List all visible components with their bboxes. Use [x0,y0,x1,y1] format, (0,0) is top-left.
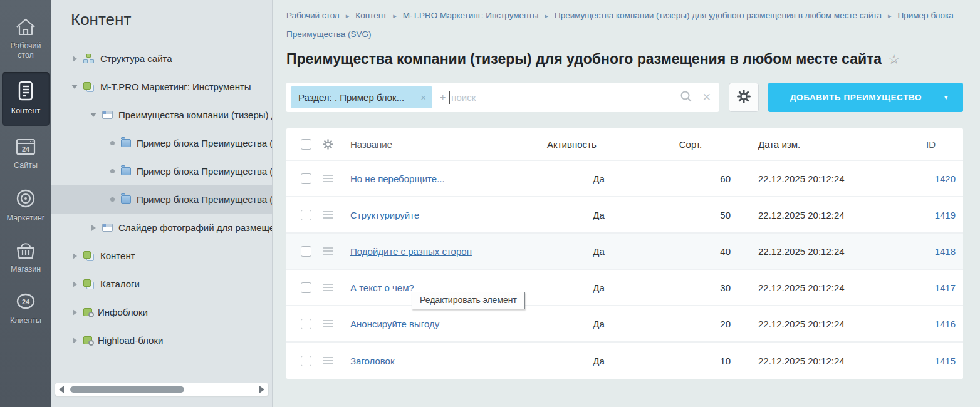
drag-handle-icon[interactable] [323,318,333,329]
tree-item-advantages-iblock[interactable]: Преимущества компании (тизеры) для удобн… [51,101,272,129]
element-name-link[interactable]: Заголовок [350,356,395,366]
infoblock-type-icon [83,279,95,289]
chevron-down-icon[interactable]: ▼ [929,94,963,101]
element-sort-value: 60 [650,173,732,184]
filter-chip-section[interactable]: Раздел: . Пример блок... × [291,86,432,108]
element-name-link[interactable]: Анонсируйте выгоду [350,319,439,329]
target-icon [15,188,36,209]
element-modified-value: 22.12.2025 20:12:24 [732,356,871,366]
document-icon [14,81,37,102]
select-all-checkbox[interactable] [301,139,311,150]
clear-filter-icon[interactable]: ✕ [702,91,711,104]
tree-horizontal-scrollbar[interactable] [55,383,268,396]
sidebar-item-marketing[interactable]: Маркетинг [0,180,51,232]
home-icon [14,17,37,37]
favorite-star-icon[interactable]: ☆ [888,52,900,66]
content-tree-panel: Контент Структура сайта M-T.PRO Маркетин… [51,0,273,407]
element-name-link[interactable]: Но не переборщите... [350,173,445,184]
element-name-link[interactable]: А текст о чем? [350,282,414,293]
scroll-right-arrow-icon[interactable] [259,386,264,393]
drag-handle-icon[interactable] [323,173,333,184]
element-modified-value: 22.12.2025 20:12:24 [732,246,871,257]
infoblock-settings-icon [83,336,92,344]
tree-item-example-section-svg[interactable]: Пример блока Преимущества (SVG) [51,185,272,214]
row-checkbox[interactable] [301,282,311,293]
row-checkbox[interactable] [301,173,311,184]
drag-handle-icon[interactable] [323,245,333,257]
row-checkbox[interactable] [301,246,311,257]
folder-icon [121,167,131,175]
expand-arrow-icon[interactable] [91,225,96,231]
breadcrumb-item-desktop[interactable]: Рабочий стол [286,11,340,20]
element-id-link[interactable]: 1416 [935,319,956,329]
chip-remove-icon[interactable]: × [420,92,426,103]
tree-item-catalogs[interactable]: Каталоги [51,270,272,298]
element-sort-value: 20 [650,319,732,329]
row-checkbox[interactable] [301,319,311,329]
sidebar-item-desktop[interactable]: Рабочий стол [0,9,51,70]
element-id-link[interactable]: 1417 [935,282,956,293]
tree-item-highload-blocks[interactable]: Highload-блоки [51,326,272,354]
element-name-link[interactable]: Структурируйте [350,210,419,220]
sidebar-item-content[interactable]: Контент [2,72,50,126]
row-checkbox[interactable] [301,210,311,220]
table-row: А текст о чем? Да 30 22.12.2025 20:12:24… [286,270,963,306]
table-row-hovered: Подойдите с разных сторон Да 40 22.12.20… [286,234,963,270]
breadcrumb-item-advantages[interactable]: Преимущества компании (тизеры) для удобн… [555,11,882,20]
clients-24-icon: 24 [14,292,37,312]
expand-arrow-icon[interactable] [73,253,77,259]
drag-handle-icon[interactable] [323,282,333,293]
element-id-link[interactable]: 1420 [935,173,956,184]
tree-item-infoblocks[interactable]: Инфоблоки [51,298,272,326]
filter-search-box[interactable]: Раздел: . Пример блок... × + ✕ [286,83,719,112]
row-checkbox[interactable] [301,356,311,366]
expand-arrow-icon[interactable] [73,309,77,316]
sidebar-item-label: Магазин [11,265,41,274]
sidebar-item-label: Контент [11,106,40,116]
breadcrumb-separator-icon: ▸ [545,12,548,19]
sidebar-item-sites[interactable]: 24 Сайты [0,130,51,180]
drag-handle-icon[interactable] [323,209,333,220]
scroll-left-arrow-icon[interactable] [59,386,64,393]
element-name-link[interactable]: Подойдите с разных сторон [350,246,472,257]
element-active-value: Да [547,319,650,329]
tree-item-content[interactable]: Контент [51,242,272,270]
element-modified-value: 22.12.2025 20:12:24 [732,210,871,220]
add-filter-plus-icon[interactable]: + [440,92,446,103]
collapse-arrow-icon[interactable] [71,85,78,89]
sidebar-item-store[interactable]: Магазин [0,232,51,284]
element-id-link[interactable]: 1415 [935,356,956,366]
tree-item-site-structure[interactable]: Структура сайта [51,44,272,73]
collapse-arrow-icon[interactable] [90,113,96,117]
drag-handle-icon[interactable] [323,355,333,366]
infoblock-settings-icon [83,308,92,316]
column-header-modified[interactable]: Дата изм. [732,139,871,150]
column-header-name[interactable]: Название [340,139,547,150]
element-modified-value: 22.12.2025 20:12:24 [732,319,871,329]
element-modified-value: 22.12.2025 20:12:24 [732,173,871,184]
add-advantage-button[interactable]: ДОБАВИТЬ ПРЕИМУЩЕСТВО ▼ [768,83,963,112]
column-header-active[interactable]: Активность [547,139,650,150]
expand-arrow-icon[interactable] [73,56,77,62]
breadcrumb-item-content[interactable]: Контент [355,11,387,20]
breadcrumb-separator-icon: ▸ [888,12,892,19]
search-icon[interactable] [680,90,692,105]
element-id-link[interactable]: 1418 [935,246,956,257]
sidebar-item-clients[interactable]: 24 Клиенты [0,284,51,335]
table-settings-gear-icon[interactable] [315,139,340,150]
tree-item-photo-slider[interactable]: Слайдер фотографий для размещения [51,214,272,242]
breadcrumb-item-mtpro[interactable]: M-T.PRO Маркетинг: Инструменты [403,11,539,20]
tree-item-mtpro-marketing[interactable]: M-T.PRO Маркетинг: Инструменты [51,73,272,101]
element-sort-value: 50 [650,210,732,220]
scrollbar-thumb[interactable] [70,386,184,393]
tree-item-example-section-2[interactable]: Пример блока Преимущества (вариант 2) [51,157,272,185]
filter-settings-button[interactable] [729,83,759,112]
element-id-link[interactable]: 1419 [935,210,956,220]
tree-item-example-section-1[interactable]: Пример блока Преимущества (вариант 1) [51,129,272,157]
search-input[interactable] [451,92,679,103]
column-header-sort[interactable]: Сорт. [650,139,732,150]
table-header-row: Название Активность Сорт. Дата изм. ID [286,128,963,161]
column-header-id[interactable]: ID [871,139,963,150]
expand-arrow-icon[interactable] [73,337,77,344]
expand-arrow-icon[interactable] [73,281,77,287]
